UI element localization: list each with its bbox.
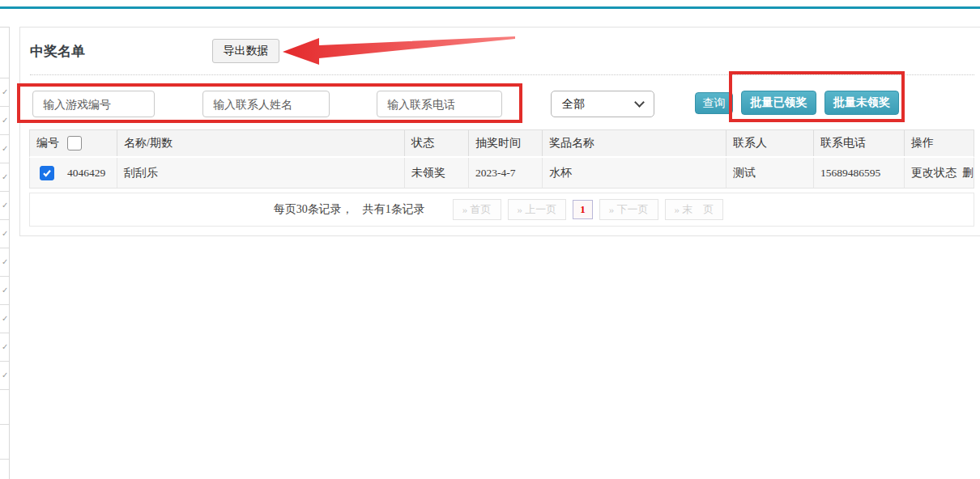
- check-icon: ✓: [2, 315, 8, 323]
- check-icon: ✓: [2, 88, 8, 96]
- sidebar-item-stub[interactable]: ✓: [0, 192, 9, 220]
- select-all-checkbox[interactable]: [67, 136, 82, 150]
- column-header-name: 名称/期数: [117, 130, 405, 156]
- contact-phone-input[interactable]: [377, 91, 502, 117]
- cell-prize: 水杯: [543, 158, 726, 188]
- game-id-input[interactable]: [32, 91, 155, 117]
- status-select-value: 全部: [562, 97, 585, 112]
- cell-name: 刮刮乐: [117, 158, 405, 188]
- sidebar-item-stub[interactable]: ✓: [0, 220, 9, 248]
- next-page-button[interactable]: » 下一页: [599, 199, 658, 220]
- table-row: 4046429 刮刮乐 未领奖 2023-4-7 水杯 测试 156894865…: [29, 158, 974, 189]
- check-icon: ✓: [2, 201, 8, 210]
- status-select[interactable]: 全部: [551, 91, 654, 117]
- page-title: 中奖名单: [30, 42, 85, 61]
- sidebar-item-stub[interactable]: ✓: [0, 305, 9, 333]
- last-page-button[interactable]: » 末 页: [665, 199, 724, 220]
- title-separator: [30, 74, 974, 75]
- cell-id: 4046429: [30, 158, 117, 188]
- first-page-button[interactable]: » 首页: [453, 199, 501, 220]
- export-data-button[interactable]: 导出数据: [212, 39, 279, 63]
- cell-actions: 更改状态 删除: [905, 158, 974, 188]
- check-icon: ✓: [2, 286, 8, 295]
- sidebar-item-stub[interactable]: ✓: [0, 78, 9, 107]
- batch-received-button[interactable]: 批量已领奖: [741, 91, 816, 115]
- column-header-actions: 操作: [905, 130, 974, 156]
- contact-name-input[interactable]: [202, 91, 330, 117]
- prev-page-button[interactable]: » 上一页: [508, 199, 567, 220]
- check-icon: ✓: [2, 173, 8, 181]
- delete-link[interactable]: 删除: [962, 166, 974, 180]
- check-icon: ✓: [2, 371, 8, 379]
- chevron-down-icon: [634, 97, 645, 108]
- row-checkbox[interactable]: [40, 166, 54, 180]
- sidebar-item-stub[interactable]: ✓: [0, 107, 9, 135]
- check-icon: ✓: [2, 117, 8, 125]
- sidebar-spacer: [0, 460, 9, 479]
- column-header-contact: 联系人: [726, 130, 814, 156]
- sidebar-item-stub[interactable]: ✓: [0, 163, 9, 192]
- column-header-prize: 奖品名称: [543, 130, 726, 156]
- sidebar-item-stub[interactable]: ✓: [0, 248, 9, 277]
- pagination: 每页30条记录， 共有1条记录 » 首页 » 上一页 1 » 下一页 » 末 页: [29, 193, 974, 227]
- column-header-id-label: 编号: [36, 136, 59, 150]
- column-header-id: 编号: [30, 130, 117, 156]
- sidebar-spacer: [0, 28, 9, 78]
- cell-draw-time: 2023-4-7: [469, 158, 543, 188]
- table-header: 编号 名称/期数 状态 抽奖时间 奖品名称 联系人 联系电话 操作: [29, 129, 974, 158]
- column-header-draw-time: 抽奖时间: [469, 130, 543, 156]
- sidebar-item-stub[interactable]: ✓: [0, 333, 9, 362]
- cell-contact: 测试: [726, 158, 814, 188]
- sidebar-spacer: [0, 390, 9, 425]
- screen: ✓✓✓✓✓✓✓✓✓✓✓ 中奖名单 导出数据 全部 查询 批量已领奖 批量未领奖 …: [0, 0, 980, 479]
- sidebar-item-stub[interactable]: ✓: [0, 135, 9, 163]
- sidebar-spacer: [0, 425, 9, 460]
- check-icon: ✓: [2, 343, 8, 351]
- column-header-phone: 联系电话: [814, 130, 905, 156]
- check-icon: ✓: [2, 230, 8, 238]
- total-records-text: 共有1条记录: [363, 202, 425, 217]
- per-page-text: 每页30条记录，: [274, 202, 353, 217]
- results-table: 编号 名称/期数 状态 抽奖时间 奖品名称 联系人 联系电话 操作 404642…: [29, 129, 974, 189]
- batch-unreceived-button[interactable]: 批量未领奖: [824, 91, 899, 115]
- check-icon: ✓: [2, 145, 8, 153]
- row-id-value: 4046429: [67, 167, 105, 180]
- sidebar-item-stub[interactable]: ✓: [0, 277, 9, 305]
- check-icon: ✓: [2, 258, 8, 266]
- change-status-link[interactable]: 更改状态: [911, 166, 957, 180]
- cell-status: 未领奖: [405, 158, 469, 188]
- column-header-status: 状态: [405, 130, 469, 156]
- sidebar-item-stub[interactable]: ✓: [0, 362, 9, 390]
- sidebar-sliver: ✓✓✓✓✓✓✓✓✓✓✓: [0, 27, 10, 479]
- current-page-button[interactable]: 1: [573, 200, 593, 219]
- top-accent-bar: [0, 6, 980, 9]
- query-button[interactable]: 查询: [695, 92, 733, 114]
- cell-phone: 15689486595: [814, 158, 905, 188]
